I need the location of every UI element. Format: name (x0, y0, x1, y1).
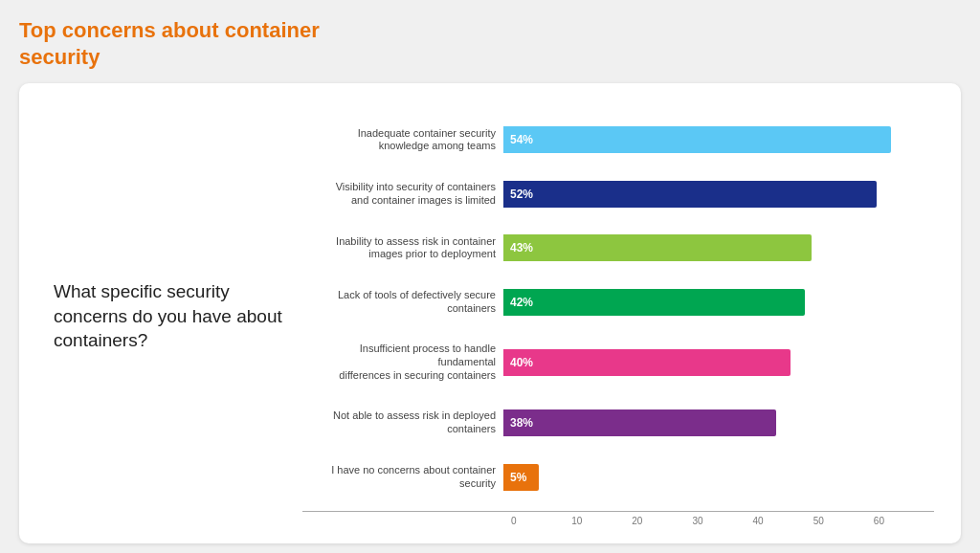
bar-container: 5% (503, 464, 934, 491)
bar: 42% (503, 289, 805, 316)
x-axis: 0102030405060 (302, 511, 934, 526)
bar: 54% (503, 126, 891, 153)
bar-label: Insufficient process to handle fundament… (302, 343, 503, 382)
x-tick: 50 (813, 516, 874, 526)
bar-pct-label: 40% (503, 356, 533, 369)
bar-container: 43% (503, 234, 934, 261)
bar-pct-label: 43% (503, 241, 533, 254)
x-tick: 0 (511, 516, 571, 526)
chart-question: What specific security concerns do you h… (54, 279, 302, 353)
bar-container: 42% (503, 289, 934, 316)
chart-section: Inadequate container securityknowledge a… (302, 106, 934, 526)
bar-label: Not able to assess risk in deployed cont… (302, 409, 503, 436)
bar-row: Inadequate container securityknowledge a… (302, 126, 934, 153)
bar: 52% (503, 181, 877, 208)
bar: 38% (503, 409, 776, 436)
bar-container: 40% (503, 349, 934, 376)
bar: 40% (503, 349, 791, 376)
bar-row: Insufficient process to handle fundament… (302, 343, 934, 382)
bar-label: I have no concerns about container secur… (302, 464, 503, 491)
page-title: Top concerns about container security (19, 17, 961, 70)
bar-container: 52% (503, 181, 934, 208)
bar-container: 54% (503, 126, 934, 153)
bar-label: Inadequate container securityknowledge a… (302, 127, 503, 154)
bar-row: Lack of tools of defectively secure cont… (302, 289, 934, 316)
x-tick: 20 (632, 516, 692, 526)
bar: 5% (503, 464, 539, 491)
bar-pct-label: 42% (503, 296, 533, 309)
bar-row: I have no concerns about container secur… (302, 464, 934, 491)
bar: 43% (503, 234, 812, 261)
chart-area: Inadequate container securityknowledge a… (302, 106, 934, 509)
x-tick: 30 (692, 516, 752, 526)
bar-container: 38% (503, 409, 934, 436)
bar-pct-label: 52% (503, 188, 533, 201)
x-tick: 40 (753, 516, 813, 526)
x-tick: 60 (874, 516, 934, 526)
bar-label: Inability to assess risk in containerima… (302, 235, 503, 262)
bar-pct-label: 5% (503, 471, 526, 484)
bar-pct-label: 54% (503, 133, 533, 146)
bar-row: Inability to assess risk in containerima… (302, 234, 934, 261)
bar-row: Not able to assess risk in deployed cont… (302, 409, 934, 436)
bar-row: Visibility into security of containersan… (302, 181, 934, 208)
bar-label: Lack of tools of defectively secure cont… (302, 289, 503, 316)
bar-pct-label: 38% (503, 416, 533, 430)
x-tick: 10 (571, 516, 632, 526)
bar-label: Visibility into security of containersan… (302, 181, 503, 208)
chart-card: What specific security concerns do you h… (19, 83, 961, 543)
